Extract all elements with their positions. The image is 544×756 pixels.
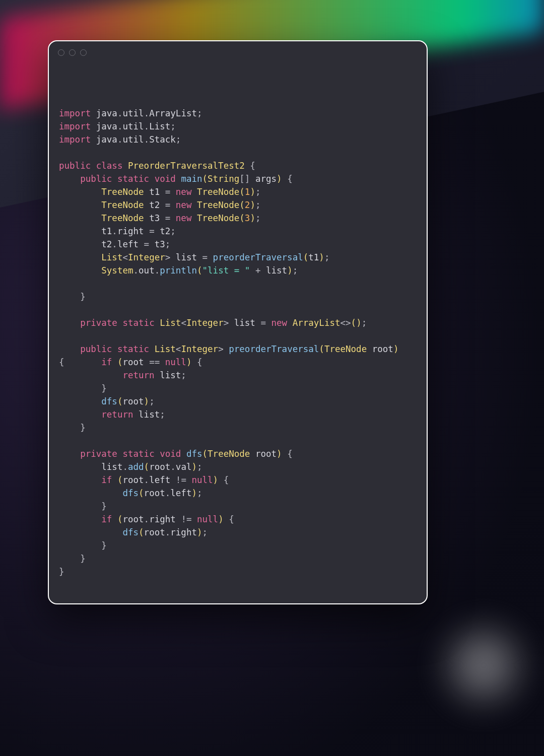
code-line <box>59 277 417 290</box>
code-line: import java.util.List; <box>59 120 417 133</box>
code-token: PreorderTraversalTest2 <box>128 161 245 171</box>
code-token: static <box>122 318 160 328</box>
code-token: list <box>59 462 122 472</box>
code-token: > <box>165 252 176 262</box>
code-token: ; <box>176 134 181 145</box>
code-token: . <box>144 514 150 524</box>
code-token: > <box>218 344 229 354</box>
code-line: { if (root == null) { <box>59 356 417 369</box>
code-token: root <box>144 527 165 537</box>
code-token: return <box>101 409 139 420</box>
code-token <box>398 344 404 354</box>
code-editor[interactable]: import java.util.ArrayList;import java.u… <box>49 61 427 588</box>
code-token: == <box>149 357 165 367</box>
code-token <box>59 174 80 184</box>
code-token <box>59 449 80 459</box>
code-line: } <box>59 539 417 552</box>
code-token: Integer <box>128 252 165 262</box>
code-token: } <box>59 554 86 564</box>
code-token: root <box>149 462 170 472</box>
code-token: return <box>122 370 160 380</box>
code-token: ( <box>139 527 144 537</box>
code-line: t2.left = t3; <box>59 238 417 251</box>
code-token <box>59 344 80 354</box>
code-token: { <box>218 475 229 485</box>
code-token: = <box>149 226 160 236</box>
code-token: dfs <box>122 527 139 537</box>
code-token: ) <box>186 357 192 367</box>
code-token: { <box>282 174 293 184</box>
code-token: void <box>155 174 181 184</box>
close-icon[interactable] <box>58 49 64 56</box>
code-token: println <box>160 265 197 276</box>
code-token: != <box>181 514 197 524</box>
code-token <box>59 187 101 197</box>
background-glow <box>433 615 534 716</box>
code-token: TreeNode <box>324 344 367 354</box>
code-token: add <box>128 462 144 472</box>
code-token: left <box>117 239 144 249</box>
code-line: dfs(root.left); <box>59 487 417 500</box>
code-line <box>59 434 417 447</box>
code-token: Integer <box>181 344 218 354</box>
code-token: = <box>165 187 176 197</box>
code-token <box>59 396 101 406</box>
code-token: . <box>122 462 128 472</box>
code-token: } <box>59 292 86 302</box>
code-token: null <box>165 357 186 367</box>
code-token: t3 <box>155 239 165 249</box>
code-token: 2 <box>245 200 250 210</box>
code-window: import java.util.ArrayList;import java.u… <box>48 40 428 604</box>
code-token: new <box>176 187 197 197</box>
code-token: ) <box>191 488 197 498</box>
code-token: } <box>59 383 107 393</box>
code-token: [] <box>239 174 255 184</box>
code-line: TreeNode t3 = new TreeNode(3); <box>59 212 417 225</box>
code-line: } <box>59 500 417 513</box>
code-token: = <box>165 200 176 210</box>
code-line: } <box>59 552 417 565</box>
code-token: import <box>59 134 96 145</box>
code-line: } <box>59 421 417 434</box>
code-token: static <box>117 174 155 184</box>
code-token: = <box>144 239 155 249</box>
code-token: { <box>191 357 202 367</box>
code-token: left <box>170 488 191 498</box>
code-token: ( <box>197 265 202 276</box>
code-token <box>59 514 101 524</box>
code-token: ( <box>239 200 245 210</box>
code-token: ) <box>250 200 255 210</box>
code-token: t2 <box>160 226 170 236</box>
code-token: . <box>133 265 139 276</box>
code-token: public <box>80 344 117 354</box>
zoom-icon[interactable] <box>80 49 87 56</box>
code-line: dfs(root); <box>59 395 417 408</box>
code-token: List <box>160 318 181 328</box>
code-token: TreeNode <box>101 187 144 197</box>
code-token: { <box>245 161 255 171</box>
code-token: ; <box>165 239 171 249</box>
code-token: != <box>176 475 192 485</box>
code-line: } <box>59 290 417 303</box>
code-token: preorderTraversal <box>213 252 303 262</box>
code-line <box>59 303 417 316</box>
minimize-icon[interactable] <box>69 49 76 56</box>
code-token: java <box>96 108 117 118</box>
code-token: { <box>224 514 234 524</box>
code-line: import java.util.ArrayList; <box>59 107 417 120</box>
code-token: 1 <box>245 187 250 197</box>
code-token: root <box>122 396 144 406</box>
code-token: 3 <box>245 213 250 223</box>
code-token: t1 <box>59 226 112 236</box>
code-line: if (root.left != null) { <box>59 473 417 487</box>
code-line: return list; <box>59 369 417 382</box>
code-token: . <box>170 462 176 472</box>
code-token: root <box>250 449 277 459</box>
code-token <box>59 475 101 485</box>
code-token: ; <box>255 187 261 197</box>
code-token: private <box>80 318 122 328</box>
code-token: ) <box>393 344 399 354</box>
code-token <box>59 252 101 262</box>
code-line: } <box>59 382 417 395</box>
code-token: ( <box>202 449 208 459</box>
